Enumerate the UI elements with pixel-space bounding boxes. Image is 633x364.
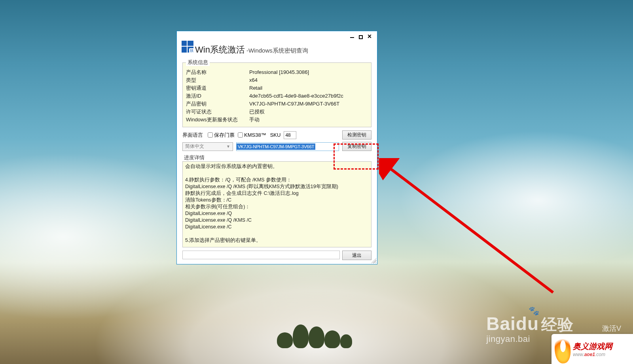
system-info-group: 系统信息 产品名称Professional [19045.3086]类型x64密… (182, 59, 371, 127)
info-value: 已授权 (249, 108, 368, 116)
maximize-button[interactable] (356, 33, 365, 40)
info-label: 类型 (186, 76, 249, 84)
product-key-field[interactable]: VK7JG-NPHTM-C97JM-9MPGT-3V66T (236, 142, 339, 151)
lang-label: 界面语言 (182, 132, 205, 139)
language-select[interactable]: 简体中文 ▼ (182, 142, 233, 151)
save-ticket-input[interactable] (208, 132, 213, 138)
progress-bar (182, 251, 340, 259)
title-main: Win系统激活 (195, 44, 245, 56)
progress-legend: 进度详情 (182, 154, 206, 161)
info-value: VK7JG-NPHTM-C97JM-9MPGT-3V66T (249, 100, 368, 108)
kms38-checkbox[interactable]: KMS38™ (238, 132, 266, 138)
info-label: 产品密钥 (186, 100, 249, 108)
progress-group: 进度详情 会自动显示对应你系统版本的内置密钥。 4.静默执行参数：/Q，可配合 … (182, 154, 371, 247)
info-value: 手动 (249, 116, 368, 124)
sku-label: SKU (270, 132, 281, 138)
close-button[interactable]: × (365, 33, 374, 40)
copy-key-button[interactable]: 复制密钥 (342, 142, 371, 151)
info-row: 激活ID4de7cb65-cdf1-4de9-8ae8-e3cce27b9f2c (186, 92, 368, 100)
flame-icon (555, 338, 570, 360)
svg-line-0 (387, 166, 553, 292)
info-label: 产品名称 (186, 68, 249, 76)
chevron-down-icon: ▼ (226, 144, 230, 149)
info-row: 许可证状态已授权 (186, 108, 368, 116)
info-label: 密钥通道 (186, 84, 249, 92)
app-title: Win系统激活 -Windows系统密钥查询 (177, 40, 377, 59)
detect-key-button[interactable]: 检测密钥 (342, 130, 371, 140)
info-row: 类型x64 (186, 76, 368, 84)
info-label: 激活ID (186, 92, 249, 100)
info-row: 产品密钥VK7JG-NPHTM-C97JM-9MPGT-3V66T (186, 100, 368, 108)
title-sub: Windows系统密钥查询 (248, 47, 308, 54)
app-window: × Win系统激活 -Windows系统密钥查询 系统信息 产品名称Profes… (176, 31, 377, 264)
paw-icon: 🐾 (529, 306, 540, 316)
minimize-button[interactable] (348, 33, 356, 40)
info-row: 密钥通道Retail (186, 84, 368, 92)
site-badge: 奥义游戏网 www.aoe1.com (552, 334, 633, 364)
info-value: x64 (249, 76, 368, 84)
sku-input[interactable] (284, 131, 296, 139)
system-info-legend: 系统信息 (186, 59, 210, 66)
kms38-input[interactable] (238, 132, 243, 138)
info-value: Professional [19045.3086] (249, 68, 368, 76)
info-label: Windows更新服务状态 (186, 116, 249, 124)
titlebar[interactable]: × (177, 31, 377, 40)
exit-button[interactable]: 退出 (342, 251, 371, 260)
progress-log[interactable]: 会自动显示对应你系统版本的内置密钥。 4.静默执行参数：/Q，可配合 /KMS … (182, 161, 371, 247)
info-label: 许可证状态 (186, 108, 249, 116)
desktop-background: × Win系统激活 -Windows系统密钥查询 系统信息 产品名称Profes… (0, 0, 633, 364)
info-row: Windows更新服务状态手动 (186, 116, 368, 124)
save-ticket-checkbox[interactable]: 保存门票 (208, 132, 235, 139)
info-value: Retail (249, 84, 368, 92)
annotation-arrow (379, 158, 565, 304)
windows-logo-icon (182, 41, 193, 53)
info-row: 产品名称Professional [19045.3086] (186, 68, 368, 76)
info-value: 4de7cb65-cdf1-4de9-8ae8-e3cce27b9f2c (249, 92, 368, 100)
